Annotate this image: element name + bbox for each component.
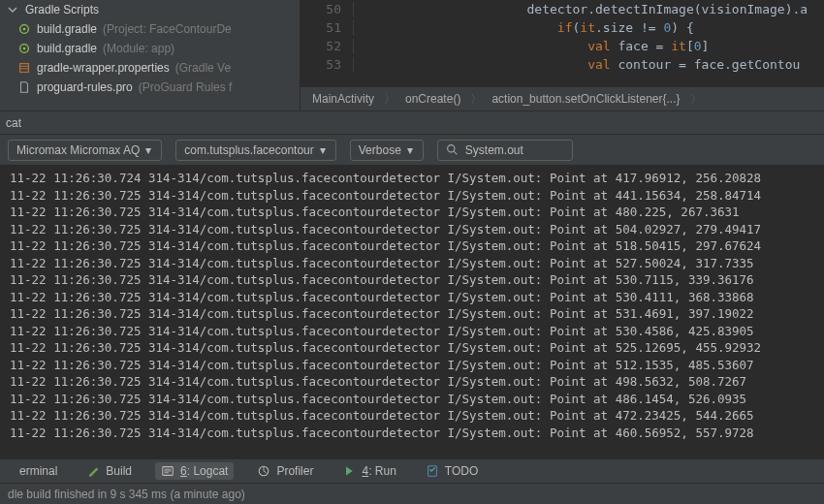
logcat-title: cat [6, 116, 21, 130]
tab-terminal[interactable]: erminal [8, 462, 63, 480]
log-level-value: Verbose [359, 143, 401, 157]
tree-item-context: (Module: app) [103, 42, 174, 55]
tab-label: Profiler [276, 464, 313, 478]
search-icon [446, 143, 460, 157]
breadcrumb-item[interactable]: onCreate() [405, 92, 460, 106]
logcat-toolbar: Micromax Micromax AQ ▾ com.tutsplus.face… [0, 135, 824, 166]
log-filter-input[interactable] [465, 143, 564, 157]
device-selector-value: Micromax Micromax AQ [16, 143, 140, 157]
line-number: 50 [301, 2, 354, 16]
file-icon [17, 22, 31, 36]
tab-label: Build [106, 464, 132, 478]
code-text: val contour = face.getContou [371, 57, 800, 72]
tree-item-name: proguard-rules.pro [37, 80, 133, 94]
breadcrumb-item[interactable]: action_button.setOnClickListener{...} [491, 92, 680, 106]
file-icon [17, 42, 31, 55]
line-number: 52 [301, 39, 354, 53]
svg-line-8 [454, 151, 457, 154]
chevron-right-icon: 〉 [684, 91, 708, 108]
svg-point-7 [448, 145, 455, 152]
code-line[interactable]: 50 detector.detectInImage(visionImage).a [301, 0, 824, 18]
tab-build[interactable]: Build [80, 462, 138, 480]
tab-label: 6: Logcat [180, 464, 228, 478]
log-level-selector[interactable]: Verbose ▾ [350, 140, 424, 161]
tree-item[interactable]: gradle-wrapper.properties (Gradle Ve [0, 58, 300, 78]
tree-item-name: build.gradle [37, 22, 97, 36]
breadcrumb-item[interactable]: MainActivity [312, 92, 374, 106]
hammer-icon [86, 464, 100, 478]
tool-window-tabs: erminal Build 6: Logcat Profiler 4: Run [0, 458, 824, 483]
tree-item[interactable]: build.gradle (Module: app) [0, 39, 300, 58]
file-icon [17, 80, 31, 94]
process-selector[interactable]: com.tutsplus.facecontour ▾ [175, 140, 335, 161]
logcat-icon [161, 464, 174, 478]
line-number: 53 [301, 57, 354, 72]
tab-run[interactable]: 4: Run [336, 462, 401, 480]
play-icon [342, 464, 356, 478]
tab-label: TODO [445, 464, 478, 478]
chevron-right-icon: 〉 [464, 91, 488, 108]
tree-section-gradle-scripts[interactable]: Gradle Scripts [0, 0, 300, 19]
code-text: detector.detectInImage(visionImage).a [371, 2, 808, 16]
tree-item-context: (Gradle Ve [175, 61, 231, 75]
svg-point-1 [23, 28, 26, 31]
tree-section-label: Gradle Scripts [25, 3, 99, 16]
status-text: dle build finished in 9 s 345 ms (a minu… [8, 488, 245, 501]
project-tree[interactable]: Gradle Scripts build.gradle (Project: Fa… [0, 0, 301, 110]
logcat-title-bar: cat [0, 111, 824, 135]
tab-label: 4: Run [362, 464, 396, 478]
code-line[interactable]: 51 if(it.size != 0) { [301, 18, 824, 37]
code-text: val face = it[0] [371, 39, 709, 53]
tab-todo[interactable]: TODO [420, 462, 484, 480]
tree-item-context: (Project: FaceContourDe [103, 22, 232, 36]
file-icon [17, 61, 31, 75]
code-text: if(it.size != 0) { [371, 20, 694, 35]
svg-point-3 [23, 47, 26, 50]
breadcrumb[interactable]: MainActivity〉onCreate()〉action_button.se… [301, 86, 824, 110]
code-line[interactable]: 53 val contour = face.getContou [301, 55, 824, 74]
tab-logcat[interactable]: 6: Logcat [155, 462, 234, 480]
code-line[interactable]: 52 val face = it[0] [301, 37, 824, 55]
tree-item[interactable]: build.gradle (Project: FaceContourDe [0, 19, 300, 39]
todo-icon [426, 464, 439, 478]
profiler-icon [257, 464, 270, 478]
chevron-down-icon: ▾ [407, 143, 419, 157]
chevron-down-icon: ▾ [145, 143, 157, 157]
tree-item-context: (ProGuard Rules f [139, 80, 233, 94]
chevron-right-icon: 〉 [378, 91, 401, 108]
tree-item-name: gradle-wrapper.properties [37, 61, 170, 75]
line-number: 51 [301, 20, 354, 35]
log-output[interactable]: 11-22 11:26:30.724 314-314/com.tutsplus.… [0, 166, 824, 458]
chevron-down-icon [6, 3, 19, 16]
tree-item-name: build.gradle [37, 42, 97, 55]
status-bar: dle build finished in 9 s 345 ms (a minu… [0, 483, 824, 504]
tree-item[interactable]: proguard-rules.pro (ProGuard Rules f [0, 78, 300, 97]
chevron-down-icon: ▾ [320, 143, 332, 157]
tab-profiler[interactable]: Profiler [251, 462, 319, 480]
tab-label: erminal [19, 464, 57, 478]
process-selector-value: com.tutsplus.facecontour [184, 143, 313, 157]
log-filter-search[interactable] [437, 140, 573, 161]
code-editor[interactable]: 50 detector.detectInImage(visionImage).a… [301, 0, 824, 110]
device-selector[interactable]: Micromax Micromax AQ ▾ [8, 140, 162, 161]
svg-rect-4 [20, 64, 29, 73]
